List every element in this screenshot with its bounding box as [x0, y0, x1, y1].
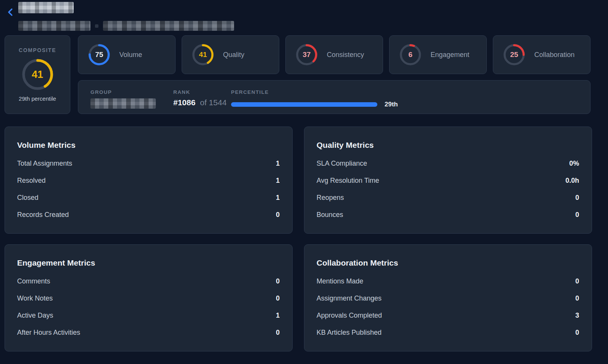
score-card-volume: 75 Volume — [78, 35, 176, 74]
metric-value: 0.0h — [565, 177, 579, 185]
metric-row: Avg Resolution Time 0.0h — [317, 172, 579, 189]
collaboration-ring-gauge: 25 — [504, 44, 525, 65]
score-value: 75 — [89, 44, 110, 65]
metric-label: Records Created — [17, 211, 69, 219]
group-label: GROUP — [90, 89, 173, 95]
panel-engagement-metrics: Engagement Metrics Comments 0 Work Notes… — [5, 244, 293, 351]
panel-title: Volume Metrics — [17, 141, 280, 150]
rank-total: of 1544 — [200, 98, 226, 107]
rank-block: RANK #1086 of 1544 — [173, 89, 231, 114]
metric-value: 1 — [276, 160, 280, 168]
volume-ring-gauge: 75 — [89, 44, 110, 65]
metric-row: KB Articles Published 0 — [317, 324, 579, 341]
panel-title: Quality Metrics — [317, 141, 579, 150]
metric-value: 0% — [569, 160, 579, 168]
composite-score-value: 41 — [22, 59, 54, 90]
metric-row: Work Notes 0 — [17, 290, 280, 307]
back-button[interactable] — [5, 8, 15, 18]
header-text — [18, 2, 234, 35]
group-value-redacted — [90, 98, 156, 109]
score-value: 41 — [192, 44, 214, 65]
metric-row: Comments 0 — [17, 273, 280, 290]
metric-label: Approvals Completed — [317, 312, 382, 320]
composite-score-card: COMPOSITE 41 29th percentile — [5, 35, 70, 114]
score-section: COMPOSITE 41 29th percentile 75 Volume — [5, 35, 591, 114]
metric-label: Mentions Made — [317, 277, 363, 285]
consistency-ring-gauge: 37 — [296, 44, 317, 65]
group-block: GROUP — [90, 89, 173, 114]
page-header — [0, 0, 608, 35]
metric-label: Assignment Changes — [317, 294, 382, 302]
score-card-collaboration: 25 Collaboration — [493, 35, 591, 74]
score-card-label: Quality — [223, 51, 244, 59]
subtitle-segment-redacted — [18, 21, 90, 31]
metric-value: 0 — [575, 294, 579, 302]
page-title-redacted — [18, 2, 74, 13]
composite-percentile-text: 29th percentile — [19, 95, 56, 102]
metric-value: 1 — [276, 312, 280, 320]
metric-value: 0 — [575, 194, 579, 202]
metrics-panels: Volume Metrics Total Assignments 1 Resol… — [5, 127, 592, 351]
panel-volume-metrics: Volume Metrics Total Assignments 1 Resol… — [5, 127, 293, 234]
panel-collaboration-metrics: Collaboration Metrics Mentions Made 0 As… — [304, 244, 592, 351]
score-value: 37 — [296, 44, 317, 65]
score-card-quality: 41 Quality — [182, 35, 279, 74]
score-value: 25 — [504, 44, 525, 65]
score-cards-row: 75 Volume 41 Quality — [78, 35, 591, 74]
percentile-value: 29th — [385, 101, 398, 108]
metric-row: Approvals Completed 3 — [317, 307, 579, 324]
metric-label: Active Days — [17, 312, 53, 320]
metric-row: Active Days 1 — [17, 307, 280, 324]
metric-row: Resolved 1 — [17, 172, 280, 189]
score-card-consistency: 37 Consistency — [285, 35, 383, 74]
metric-label: Closed — [17, 194, 38, 202]
page-subtitle — [18, 21, 234, 31]
percentile-label: PERCENTILE — [231, 89, 590, 95]
metric-value: 0 — [575, 211, 579, 219]
metric-value: 3 — [575, 312, 579, 320]
composite-label: COMPOSITE — [19, 47, 56, 53]
subtitle-separator — [95, 24, 98, 28]
subtitle-segment-redacted — [103, 21, 234, 31]
metric-row: Records Created 0 — [17, 206, 280, 223]
metric-label: SLA Compliance — [317, 160, 367, 168]
metric-label: KB Articles Published — [317, 329, 382, 337]
percentile-progress-bar — [231, 102, 377, 107]
metric-row: Total Assignments 1 — [17, 155, 280, 172]
engagement-ring-gauge: 6 — [400, 44, 421, 65]
rank-label: RANK — [173, 89, 231, 95]
metric-label: After Hours Activities — [17, 329, 80, 337]
panel-title: Collaboration Metrics — [317, 258, 579, 267]
metric-label: Avg Resolution Time — [317, 177, 379, 185]
metric-value: 1 — [276, 194, 280, 202]
metric-value: 1 — [276, 177, 280, 185]
metric-row: Mentions Made 0 — [317, 273, 579, 290]
metric-label: Resolved — [17, 177, 46, 185]
panel-quality-metrics: Quality Metrics SLA Compliance 0% Avg Re… — [304, 127, 592, 234]
score-card-label: Volume — [119, 51, 142, 59]
metric-label: Bounces — [317, 211, 343, 219]
panel-title: Engagement Metrics — [17, 258, 280, 267]
metric-value: 0 — [276, 329, 280, 337]
metric-label: Comments — [17, 277, 50, 285]
score-cards-area: 75 Volume 41 Quality — [78, 35, 591, 114]
quality-ring-gauge: 41 — [192, 44, 214, 65]
metric-row: SLA Compliance 0% — [317, 155, 579, 172]
percentile-block: PERCENTILE 29th — [231, 89, 590, 114]
metric-row: Bounces 0 — [317, 206, 579, 223]
rank-line: #1086 of 1544 — [173, 98, 231, 107]
metric-label: Work Notes — [17, 294, 53, 302]
percentile-row: 29th — [231, 101, 590, 108]
metric-row: Closed 1 — [17, 189, 280, 206]
metric-value: 0 — [575, 277, 579, 285]
rank-value: #1086 — [173, 98, 195, 107]
score-card-label: Collaboration — [534, 51, 575, 59]
rank-summary-card: GROUP RANK #1086 of 1544 PERCENTILE 29th — [78, 80, 591, 114]
metric-value: 0 — [575, 329, 579, 337]
score-card-label: Engagement — [431, 51, 469, 59]
score-value: 6 — [400, 44, 421, 65]
metric-row: After Hours Activities 0 — [17, 324, 280, 341]
metric-label: Total Assignments — [17, 160, 72, 168]
score-card-engagement: 6 Engagement — [389, 35, 487, 74]
metric-row: Assignment Changes 0 — [317, 290, 579, 307]
